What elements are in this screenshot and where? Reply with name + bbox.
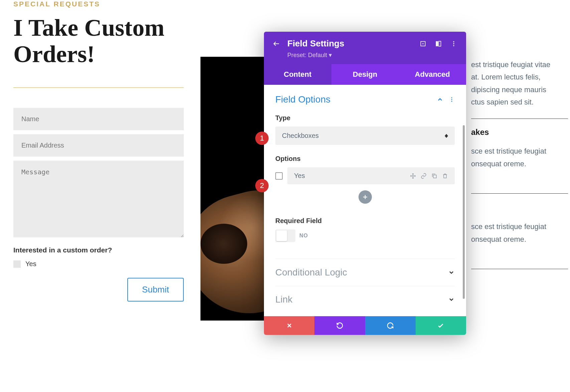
type-label: Type <box>275 114 455 122</box>
back-icon[interactable] <box>272 39 281 48</box>
eyebrow: SPECIAL REQUESTS <box>13 0 184 8</box>
divider <box>13 87 184 88</box>
option-text: Yes <box>294 172 410 180</box>
right-line: ctus sapien sed sit. <box>471 96 568 108</box>
svg-rect-10 <box>433 175 436 178</box>
right-line: sce est tristique feugiat <box>471 220 568 233</box>
options-label: Options <box>275 155 455 163</box>
name-input[interactable] <box>13 108 184 130</box>
link-title: Link <box>275 294 292 305</box>
layout-icon[interactable] <box>434 39 443 48</box>
submit-button[interactable]: Submit <box>127 278 184 302</box>
chevron-down-icon <box>448 269 455 276</box>
right-line: dipiscing neque mauris <box>471 83 568 96</box>
section-header[interactable]: Field Options <box>275 94 455 105</box>
conditional-logic-section[interactable]: Conditional Logic <box>275 259 455 286</box>
svg-point-8 <box>451 99 452 100</box>
tab-advanced[interactable]: Advanced <box>399 64 466 85</box>
svg-rect-2 <box>436 41 438 46</box>
headline: I Take Custom Orders! <box>13 15 184 67</box>
option-row: Yes <box>275 167 455 184</box>
right-line: sce est tristique feugiat <box>471 145 568 157</box>
svg-point-7 <box>451 97 452 98</box>
svg-point-1 <box>423 43 423 44</box>
conditional-title: Conditional Logic <box>275 267 347 278</box>
message-textarea[interactable] <box>13 161 184 237</box>
tab-design[interactable]: Design <box>331 64 399 85</box>
svg-rect-3 <box>439 41 441 46</box>
move-icon[interactable] <box>410 173 416 179</box>
option-checkbox[interactable] <box>275 172 283 180</box>
chevron-down-icon <box>448 296 455 303</box>
right-line: onsequat oreme. <box>471 158 568 170</box>
right-divider <box>471 119 568 119</box>
add-option-button[interactable] <box>359 190 372 204</box>
section-more-icon[interactable] <box>449 96 455 103</box>
option-content[interactable]: Yes <box>287 167 455 184</box>
collapse-icon[interactable] <box>437 96 443 103</box>
annotation-badge-1: 1 <box>255 132 269 145</box>
panel-body: Field Options Type Checkboxes Options <box>264 85 466 316</box>
right-text-block: est tristique feugiat vitae at. Lorem le… <box>471 58 568 276</box>
right-line: est tristique feugiat vitae <box>471 58 568 71</box>
undo-button[interactable] <box>314 316 365 335</box>
cancel-button[interactable] <box>264 316 314 335</box>
type-select[interactable]: Checkboxes <box>275 127 455 145</box>
email-input[interactable] <box>13 134 184 157</box>
panel-footer <box>264 316 466 335</box>
scrollbar[interactable] <box>463 125 465 299</box>
panel-title: Field Settings <box>287 38 412 49</box>
required-toggle-row: NO <box>275 229 455 242</box>
panel-tabs: Content Design Advanced <box>264 64 466 85</box>
required-toggle[interactable] <box>275 229 295 242</box>
toggle-value: NO <box>299 233 308 239</box>
tab-content[interactable]: Content <box>264 64 331 85</box>
checkbox-label: Yes <box>25 260 36 268</box>
redo-button[interactable] <box>365 316 416 335</box>
annotation-badge-2: 2 <box>255 179 269 192</box>
right-divider <box>471 269 568 269</box>
right-heading: akes <box>471 126 568 139</box>
right-line: onsequat oreme. <box>471 233 568 245</box>
toggle-knob <box>276 230 287 241</box>
checkbox-question: Interested in a custom order? <box>13 246 184 254</box>
svg-point-9 <box>451 101 452 102</box>
svg-point-4 <box>453 41 454 42</box>
link-section[interactable]: Link <box>275 286 455 313</box>
more-icon[interactable] <box>449 39 458 48</box>
panel-header: Field Settings Preset: Default ▾ <box>264 32 466 64</box>
left-column: SPECIAL REQUESTS I Take Custom Orders! I… <box>13 0 184 302</box>
svg-point-5 <box>453 43 454 44</box>
select-arrows-icon <box>445 134 448 138</box>
required-label: Required Field <box>275 217 455 225</box>
expand-icon[interactable] <box>419 39 427 48</box>
link-icon[interactable] <box>421 173 427 179</box>
duplicate-icon[interactable] <box>431 173 437 179</box>
right-line: at. Lorem lectus felis, <box>471 71 568 83</box>
right-divider <box>471 193 568 194</box>
checkbox-icon[interactable] <box>13 260 21 268</box>
checkbox-row[interactable]: Yes <box>13 260 184 268</box>
confirm-button[interactable] <box>416 316 466 335</box>
field-settings-panel: Field Settings Preset: Default ▾ Content… <box>264 32 466 335</box>
hand-graphic <box>200 224 247 264</box>
type-value: Checkboxes <box>282 132 319 140</box>
svg-point-6 <box>453 45 454 46</box>
section-title: Field Options <box>275 94 330 105</box>
preset-selector[interactable]: Preset: Default ▾ <box>287 51 458 59</box>
delete-icon[interactable] <box>442 173 448 179</box>
